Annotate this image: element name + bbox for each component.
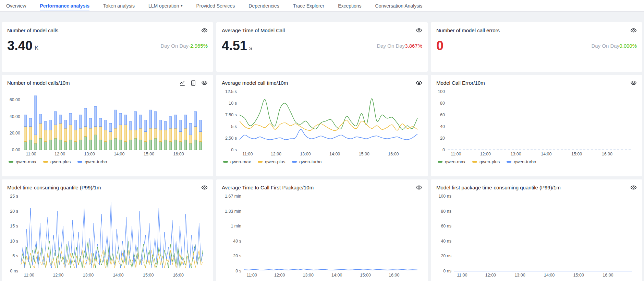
- svg-text:20 s: 20 s: [10, 209, 18, 214]
- svg-text:12:00: 12:00: [485, 273, 496, 278]
- chart-card-first-package-p99-1m: Model first package time-consuming quant…: [431, 179, 642, 281]
- svg-text:16:00: 16:00: [173, 273, 184, 278]
- eye-icon[interactable]: [416, 80, 422, 86]
- eye-icon[interactable]: [630, 184, 637, 191]
- svg-text:16:00: 16:00: [602, 152, 612, 156]
- legend-item-qwen-turbo[interactable]: qwen-turbo: [292, 159, 321, 164]
- tab-trace-explorer[interactable]: Trace Explorer: [293, 0, 324, 11]
- line-chart: 0 s20 s40 s1 min1.33 min1.67 min11:0012:…: [222, 192, 422, 279]
- card-title: Number of model calls: [7, 27, 58, 33]
- eye-icon[interactable]: [201, 27, 208, 34]
- card-title: Model first package time-consuming quant…: [436, 185, 561, 190]
- stat-number: 3.40: [7, 38, 33, 53]
- svg-text:2.50 s: 2.50 s: [225, 136, 237, 141]
- legend-item-qwen-plus[interactable]: qwen-plus: [472, 159, 500, 164]
- svg-text:11:00: 11:00: [451, 152, 461, 156]
- eye-icon[interactable]: [201, 80, 208, 86]
- tab-provided-services[interactable]: Provided Services: [196, 0, 235, 11]
- tab-token-analysis[interactable]: Token analysis: [103, 0, 135, 11]
- legend-item-qwen-turbo[interactable]: qwen-turbo: [77, 159, 107, 164]
- svg-text:13:00: 13:00: [300, 152, 311, 156]
- stat-card-model-calls: Number of model calls 3.40K Day On Day-2…: [2, 22, 213, 72]
- card-title: Average model call time/10m: [222, 80, 288, 86]
- legend-item-qwen-plus[interactable]: qwen-plus: [43, 159, 71, 164]
- line-chart-svg: 02040608010011:0012:0013:0014:0015:0016:…: [436, 87, 637, 157]
- svg-text:15:00: 15:00: [573, 273, 584, 278]
- svg-text:15:00: 15:00: [571, 152, 582, 156]
- svg-text:20 s: 20 s: [233, 254, 241, 258]
- card-title: Number of model calls/10m: [7, 80, 70, 86]
- svg-text:14:00: 14:00: [541, 152, 551, 156]
- svg-text:12:00: 12:00: [54, 152, 65, 156]
- legend-item-qwen-turbo[interactable]: qwen-turbo: [507, 159, 536, 164]
- eye-icon[interactable]: [416, 184, 422, 191]
- dod-value: 0.000%: [619, 43, 637, 49]
- svg-text:20: 20: [440, 136, 445, 141]
- top-nav: Overview Performance analysis Token anal…: [0, 0, 644, 12]
- eye-icon[interactable]: [630, 27, 637, 34]
- svg-text:7.50 s: 7.50 s: [225, 113, 237, 117]
- svg-text:10 s: 10 s: [229, 101, 237, 106]
- tab-performance-analysis[interactable]: Performance analysis: [40, 0, 89, 11]
- chart-legend: qwen-maxqwen-plusqwen-turbo: [7, 157, 208, 166]
- svg-text:40 s: 40 s: [233, 239, 241, 244]
- svg-text:14:00: 14:00: [331, 273, 342, 278]
- svg-text:0 s: 0 s: [231, 148, 237, 152]
- stat-value: 3.40K: [7, 39, 39, 52]
- svg-text:16:00: 16:00: [173, 152, 184, 156]
- chart-card-p99-quantile-1m: Model time-consuming quantile (P99)/1m 0…: [2, 179, 213, 281]
- legend-item-qwen-plus[interactable]: qwen-plus: [258, 159, 285, 164]
- stat-value: 0: [436, 39, 446, 52]
- svg-text:0: 0: [442, 148, 445, 152]
- svg-text:16:00: 16:00: [389, 273, 399, 278]
- tab-exceptions[interactable]: Exceptions: [338, 0, 361, 11]
- legend-swatch: [43, 161, 48, 163]
- dod-label: Day On Day: [160, 43, 189, 49]
- svg-text:12:00: 12:00: [271, 152, 281, 156]
- day-on-day: Day On Day0.000%: [591, 43, 637, 49]
- card-title: Number of model call errors: [436, 27, 500, 33]
- svg-text:5 s: 5 s: [12, 254, 18, 258]
- stat-card-avg-call-time: Average Time of Model Call 4.51s Day On …: [216, 22, 428, 72]
- stat-unit: s: [249, 45, 252, 51]
- line-chart: 02040608010011:0012:0013:0014:0015:0016:…: [436, 87, 637, 157]
- document-icon[interactable]: [190, 80, 196, 86]
- line-chart: 0 s2.50 s5 s7.50 s10 s12.5 s11:0012:0013…: [222, 87, 422, 157]
- tab-llm-operation[interactable]: LLM operation ▾: [148, 0, 183, 11]
- svg-text:40 ns: 40 ns: [441, 239, 451, 244]
- legend-swatch: [438, 161, 442, 163]
- card-title: Model time-consuming quantile (P99)/1m: [7, 185, 101, 190]
- dod-label: Day On Day: [377, 43, 405, 49]
- tab-conversation-analysis[interactable]: Conversation Analysis: [375, 0, 423, 11]
- eye-icon[interactable]: [630, 80, 637, 86]
- card-title: Average Time to Call First Package/10m: [222, 185, 314, 190]
- line-chart-svg: 0 ns5 s10 s15 s20 s25 s11:0012:0013:0014…: [7, 192, 208, 279]
- svg-text:25 s: 25 s: [10, 194, 18, 199]
- legend-item-qwen-max[interactable]: qwen-max: [223, 159, 251, 164]
- svg-text:100: 100: [438, 89, 445, 94]
- svg-text:13:00: 13:00: [514, 273, 525, 278]
- chart-legend: qwen-maxqwen-plusqwen-turbo: [436, 157, 637, 166]
- line-chart-svg: 0 s20 s40 s1 min1.33 min1.67 min11:0012:…: [222, 192, 422, 279]
- eye-icon[interactable]: [201, 184, 208, 191]
- svg-text:14:00: 14:00: [329, 152, 340, 156]
- svg-text:12.5 s: 12.5 s: [225, 89, 237, 94]
- line-chart-svg: 0 s2.50 s5 s7.50 s10 s12.5 s11:0012:0013…: [222, 87, 422, 157]
- tab-overview[interactable]: Overview: [6, 0, 26, 11]
- legend-item-qwen-max[interactable]: qwen-max: [438, 159, 465, 164]
- svg-text:16:00: 16:00: [388, 152, 399, 156]
- tab-dependencies[interactable]: Dependencies: [248, 0, 279, 11]
- line-chart-icon[interactable]: [179, 80, 185, 86]
- legend-swatch: [472, 161, 477, 163]
- stat-number: 4.51: [222, 38, 247, 53]
- legend-item-qwen-max[interactable]: qwen-max: [9, 159, 36, 164]
- svg-text:15:00: 15:00: [143, 273, 154, 278]
- tab-llm-operation-label: LLM operation: [148, 3, 179, 9]
- eye-icon[interactable]: [416, 27, 422, 34]
- dod-value: 3.867%: [405, 43, 422, 49]
- svg-text:11:00: 11:00: [242, 152, 253, 156]
- stat-card-call-errors: Number of model call errors 0 Day On Day…: [431, 22, 642, 72]
- svg-text:60 ns: 60 ns: [441, 224, 451, 229]
- day-on-day: Day On Day3.867%: [377, 43, 422, 49]
- chevron-down-icon: ▾: [181, 4, 182, 8]
